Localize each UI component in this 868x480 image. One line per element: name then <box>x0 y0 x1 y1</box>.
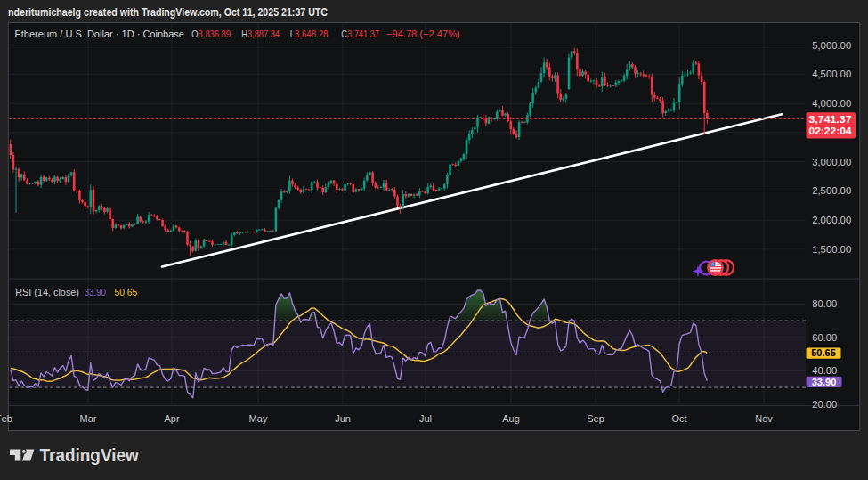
svg-text:Apr: Apr <box>164 413 179 424</box>
svg-text:H3,887.34: H3,887.34 <box>241 28 280 39</box>
svg-text:Jul: Jul <box>419 413 432 424</box>
svg-text:3,741.37: 3,741.37 <box>809 114 852 125</box>
svg-text:−94.78 (−2.47%): −94.78 (−2.47%) <box>386 28 460 39</box>
svg-text:RSI (14, close): RSI (14, close) <box>15 287 79 297</box>
svg-text:TradingView: TradingView <box>40 445 140 465</box>
svg-text:33.90: 33.90 <box>812 377 837 387</box>
svg-text:60.00: 60.00 <box>812 332 837 343</box>
svg-text:02:22:04: 02:22:04 <box>809 126 853 136</box>
svg-text:Nov: Nov <box>755 413 773 424</box>
svg-text:nderitumichaelg created with T: nderitumichaelg created with TradingView… <box>8 6 328 19</box>
svg-text:Ethereum / U.S. Dollar · 1D ·: Ethereum / U.S. Dollar · 1D · Coinbase <box>14 28 184 39</box>
svg-text:2,000.00: 2,000.00 <box>812 215 851 225</box>
svg-text:50.65: 50.65 <box>115 287 138 297</box>
svg-text:Feb: Feb <box>0 413 12 424</box>
svg-text:Sep: Sep <box>587 413 604 424</box>
svg-text:4,500.00: 4,500.00 <box>812 69 851 79</box>
svg-text:May: May <box>249 413 268 424</box>
svg-text:4,000.00: 4,000.00 <box>812 98 851 109</box>
svg-text:O3,836.89: O3,836.89 <box>191 28 231 39</box>
svg-text:20.00: 20.00 <box>812 399 837 410</box>
svg-text:33.90: 33.90 <box>85 287 106 297</box>
svg-text:Jun: Jun <box>335 413 351 424</box>
svg-text:1,500.00: 1,500.00 <box>812 244 851 255</box>
svg-text:3,000.00: 3,000.00 <box>812 157 851 167</box>
svg-text:Aug: Aug <box>502 413 520 424</box>
svg-text:50.65: 50.65 <box>811 347 836 358</box>
svg-text:2,500.00: 2,500.00 <box>812 185 851 196</box>
svg-text:Mar: Mar <box>80 413 97 424</box>
svg-text:Oct: Oct <box>671 413 686 424</box>
svg-text:5,000.00: 5,000.00 <box>812 40 851 51</box>
svg-text:C3,741.37: C3,741.37 <box>341 28 379 39</box>
svg-text:40.00: 40.00 <box>812 365 837 376</box>
svg-text:L3,648.28: L3,648.28 <box>290 28 329 39</box>
svg-text:80.00: 80.00 <box>812 298 837 309</box>
